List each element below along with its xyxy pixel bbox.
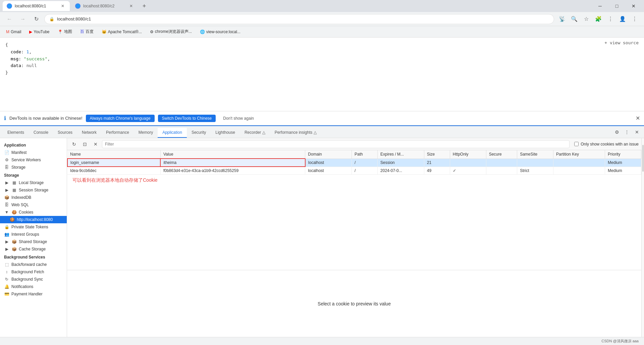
cookies-expand-icon: ▼ bbox=[4, 210, 9, 215]
sidebar-scrollbar[interactable] bbox=[641, 138, 644, 337]
col-value[interactable]: Value bbox=[160, 150, 305, 159]
tab-favicon-1: 🌐 bbox=[7, 3, 12, 9]
tab-console[interactable]: Console bbox=[29, 128, 53, 138]
filter-input[interactable] bbox=[102, 140, 570, 148]
cell-name: login_username bbox=[67, 159, 160, 167]
cell-secure bbox=[486, 159, 517, 167]
col-size[interactable]: Size bbox=[424, 150, 450, 159]
col-httponly[interactable]: HttpOnly bbox=[450, 150, 486, 159]
sidebar-item-notifications[interactable]: 🔔 Notifications bbox=[0, 283, 67, 290]
sidebar-item-storage[interactable]: 🗄 Storage bbox=[0, 164, 67, 171]
chrome-icon: ⚙ bbox=[150, 30, 154, 34]
sidebar-item-websql[interactable]: 🗄 Web SQL bbox=[0, 201, 67, 209]
sidebar-item-cache-storage[interactable]: ▶ 📦 Cache Storage bbox=[0, 245, 67, 253]
bookmark-youtube[interactable]: ▶ YouTube bbox=[27, 28, 51, 36]
minimize-button[interactable]: ─ bbox=[592, 0, 608, 12]
bookmark-baidu[interactable]: 百 百度 bbox=[78, 27, 96, 36]
bookmark-chrome[interactable]: ⚙ chrome浏览器设声... bbox=[148, 27, 194, 36]
sidebar-item-back-forward-cache[interactable]: ⬚ Back/forward cache bbox=[0, 261, 67, 268]
dont-show-button[interactable]: Don't show again bbox=[219, 115, 258, 122]
clear-cookies-button[interactable]: ⊡ bbox=[80, 140, 89, 149]
banner-close-icon[interactable]: ✕ bbox=[636, 115, 640, 121]
col-domain[interactable]: Domain bbox=[305, 150, 352, 159]
tab-close-2[interactable]: ✕ bbox=[128, 3, 134, 9]
extensions-icon[interactable]: 🧩 bbox=[593, 14, 604, 24]
more-icon[interactable]: ⋮ bbox=[629, 14, 640, 24]
tab-elements[interactable]: Elements bbox=[3, 128, 29, 138]
col-expires[interactable]: Expires / M... bbox=[378, 150, 424, 159]
match-language-button[interactable]: Always match Chrome's language bbox=[86, 115, 155, 122]
tab-close-1[interactable]: ✕ bbox=[60, 3, 66, 9]
sidebar-item-background-fetch[interactable]: ↕ Background Fetch bbox=[0, 268, 67, 276]
new-tab-button[interactable]: + bbox=[140, 1, 149, 11]
sidebar-item-localhost[interactable]: 🍪 http://localhost:8080 bbox=[0, 216, 67, 223]
show-issues-checkbox-input[interactable] bbox=[574, 142, 579, 146]
menu-icon[interactable]: ⋮ bbox=[605, 14, 616, 24]
tab-network[interactable]: Network bbox=[77, 128, 101, 138]
tab-active[interactable]: 🌐 localhost:8080/c1 ✕ bbox=[3, 1, 70, 11]
sidebar-item-local-storage[interactable]: ▶ ▦ Local Storage bbox=[0, 179, 67, 186]
cell-expires: 2024-07-0... bbox=[378, 167, 424, 175]
switch-chinese-button[interactable]: Switch DevTools to Chinese bbox=[158, 115, 216, 122]
settings-icon[interactable]: ⚙ bbox=[612, 128, 621, 136]
address-bar[interactable]: 🔒 localhost:8080/c1 bbox=[44, 14, 554, 24]
tab-performance[interactable]: Performance bbox=[101, 128, 134, 138]
page-content: + view source { code: 1, msg: "success",… bbox=[0, 38, 644, 111]
tab-memory[interactable]: Memory bbox=[134, 128, 158, 138]
col-name[interactable]: Name bbox=[67, 150, 160, 159]
bookmark-tomcat[interactable]: 🐱 Apache Tomcat®... bbox=[100, 28, 144, 36]
search-icon[interactable]: 🔍 bbox=[569, 14, 580, 24]
bookmark-gmail[interactable]: M Gmail bbox=[4, 28, 23, 36]
back-forward-cache-label: Back/forward cache bbox=[11, 262, 47, 267]
sidebar-item-private-state-tokens[interactable]: 🔒 Private State Tokens bbox=[0, 223, 67, 231]
lock-icon: 🔒 bbox=[49, 17, 54, 21]
bookmark-map[interactable]: 📍 地图 bbox=[56, 27, 74, 36]
table-row[interactable]: login_usernameitheimalocalhost/Session21… bbox=[67, 159, 641, 167]
delete-cookies-button[interactable]: ✕ bbox=[91, 140, 100, 149]
tab-security[interactable]: Security bbox=[187, 128, 211, 138]
back-button[interactable]: ← bbox=[4, 14, 15, 24]
sidebar-item-indexeddb[interactable]: 📦 IndexedDB bbox=[0, 194, 67, 201]
tab-application[interactable]: Application bbox=[158, 128, 187, 138]
col-priority[interactable]: Priority bbox=[605, 150, 641, 159]
sidebar-item-shared-storage[interactable]: ▶ 📦 Shared Storage bbox=[0, 238, 67, 245]
show-issues-checkbox[interactable]: Only show cookies with an issue bbox=[574, 142, 639, 147]
indexeddb-label: IndexedDB bbox=[11, 195, 31, 200]
session-storage-arrow-icon: ▶ bbox=[4, 188, 9, 192]
sidebar-item-payment-handler[interactable]: 💳 Payment Handler bbox=[0, 290, 67, 298]
col-path[interactable]: Path bbox=[352, 150, 378, 159]
devtools-panel: Elements Console Sources Network Perform… bbox=[0, 125, 644, 337]
more-devtools-icon[interactable]: ⋮ bbox=[623, 128, 631, 136]
close-button[interactable]: ✕ bbox=[626, 0, 641, 12]
background-fetch-label: Background Fetch bbox=[11, 270, 44, 274]
cast-icon[interactable]: 📡 bbox=[557, 14, 568, 24]
sidebar-item-interest-groups[interactable]: 👥 Interest Groups bbox=[0, 231, 67, 238]
cache-storage-label: Cache Storage bbox=[19, 247, 46, 251]
tab-performance-insights[interactable]: Performance insights △ bbox=[270, 128, 321, 138]
background-fetch-icon: ↕ bbox=[4, 270, 9, 274]
tab-lighthouse[interactable]: Lighthouse bbox=[211, 128, 240, 138]
refresh-button[interactable]: ↻ bbox=[31, 14, 42, 24]
refresh-cookies-button[interactable]: ↻ bbox=[70, 140, 78, 149]
col-partition-key[interactable]: Partition Key bbox=[553, 150, 605, 159]
maximize-button[interactable]: □ bbox=[609, 0, 625, 12]
tab-inactive[interactable]: 🌐 localhost:8080/c2 ✕ bbox=[71, 1, 138, 11]
col-secure[interactable]: Secure bbox=[486, 150, 517, 159]
sidebar-item-session-storage[interactable]: ▶ ▦ Session Storage bbox=[0, 186, 67, 194]
sidebar-item-service-workers[interactable]: ⚙ Service Workers bbox=[0, 156, 67, 164]
table-row[interactable]: Idea-9ccb6decf0b863d4-e31e-43ca-a1b9-42c… bbox=[67, 167, 641, 175]
sidebar-item-cookies[interactable]: ▼ 🍪 Cookies bbox=[0, 209, 67, 216]
profile-icon[interactable]: 👤 bbox=[617, 14, 628, 24]
col-samesite[interactable]: SameSite bbox=[517, 150, 553, 159]
bookmark-viewsource[interactable]: 🌐 view-source:local... bbox=[198, 28, 243, 36]
tab-sources[interactable]: Sources bbox=[53, 128, 77, 138]
view-source-link[interactable]: + view source bbox=[604, 40, 639, 45]
tab-recorder[interactable]: Recorder △ bbox=[240, 128, 270, 138]
sidebar-item-manifest[interactable]: 📄 Manifest bbox=[0, 149, 67, 156]
forward-button[interactable]: → bbox=[17, 14, 28, 24]
close-devtools-icon[interactable]: ✕ bbox=[633, 128, 641, 136]
tomcat-icon: 🐱 bbox=[102, 30, 107, 34]
notifications-label: Notifications bbox=[11, 284, 33, 289]
sidebar-item-background-sync[interactable]: ↻ Background Sync bbox=[0, 276, 67, 283]
bookmark-icon[interactable]: ☆ bbox=[581, 14, 592, 24]
